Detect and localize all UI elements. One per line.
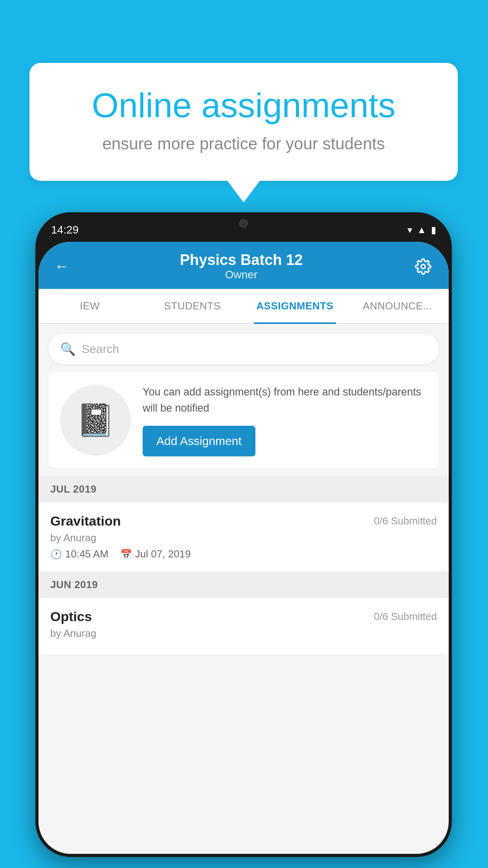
assignment-date: 📅 Jul 07, 2019 (120, 548, 191, 560)
section-jul-2019: JUL 2019 (39, 476, 449, 502)
assignment-submitted-count: 0/6 Submitted (374, 515, 437, 527)
bubble-title: Online assignments (57, 86, 430, 125)
speech-bubble: Online assignments ensure more practice … (29, 63, 458, 181)
header-subtitle: Owner (180, 268, 303, 281)
add-assignment-button[interactable]: Add Assignment (143, 426, 255, 456)
bubble-subtitle: ensure more practice for your students (57, 134, 430, 153)
settings-button[interactable] (413, 257, 433, 276)
wifi-icon: ▾ (407, 224, 412, 235)
app-header: ← Physics Batch 12 Owner (39, 242, 449, 289)
section-jun-2019: JUN 2019 (39, 572, 449, 598)
assignment-time: 🕐 10:45 AM (50, 548, 108, 560)
notch (204, 212, 283, 234)
header-nav: ← Physics Batch 12 Owner (54, 252, 433, 289)
status-bar: 14:29 ▾ ▲ ▮ (35, 212, 452, 242)
svg-point-0 (421, 264, 426, 268)
tab-announcements[interactable]: ANNOUNCE... (346, 289, 449, 323)
signal-icon: ▲ (417, 224, 426, 235)
search-placeholder: Search (82, 342, 119, 356)
search-icon: 🔍 (60, 342, 76, 357)
assignment-title: Gravitation (50, 513, 121, 529)
phone-screen: ← Physics Batch 12 Owner IEW STUDENT (39, 242, 449, 854)
tab-assignments[interactable]: ASSIGNMENTS (244, 289, 346, 323)
tab-bar: IEW STUDENTS ASSIGNMENTS ANNOUNCE... (39, 289, 449, 324)
assignment-author: by Anurag (50, 532, 437, 544)
empty-description: You can add assignment(s) from here and … (143, 384, 427, 416)
camera (239, 219, 248, 228)
assignment-row-top: Gravitation 0/6 Submitted (50, 513, 437, 529)
assignment-author-2: by Anurag (50, 627, 437, 640)
tab-students[interactable]: STUDENTS (141, 289, 244, 323)
search-bar[interactable]: 🔍 Search (48, 334, 439, 364)
clock-icon: 🕐 (50, 549, 62, 560)
assignment-row-top-2: Optics 0/6 Submitted (50, 609, 437, 624)
header-title-group: Physics Batch 12 Owner (180, 252, 303, 281)
assignment-gravitation[interactable]: Gravitation 0/6 Submitted by Anurag 🕐 10… (39, 502, 449, 572)
tab-iew[interactable]: IEW (39, 289, 141, 323)
assignment-optics[interactable]: Optics 0/6 Submitted by Anurag (39, 598, 449, 655)
assignment-submitted-count-2: 0/6 Submitted (374, 611, 437, 623)
status-icons: ▾ ▲ ▮ (407, 224, 436, 235)
notebook-icon: 📓 (76, 402, 115, 439)
calendar-icon: 📅 (120, 549, 132, 560)
assignment-title-2: Optics (50, 609, 92, 624)
empty-icon-circle: 📓 (60, 385, 131, 456)
header-title: Physics Batch 12 (180, 252, 303, 268)
empty-content: You can add assignment(s) from here and … (143, 384, 427, 456)
gear-icon (415, 258, 431, 275)
assignment-meta: 🕐 10:45 AM 📅 Jul 07, 2019 (50, 548, 437, 560)
empty-state-card: 📓 You can add assignment(s) from here an… (48, 372, 439, 468)
battery-icon: ▮ (431, 224, 436, 235)
phone-device: 14:29 ▾ ▲ ▮ ← Physics Batch 12 Owner (35, 212, 452, 857)
back-button[interactable]: ← (54, 258, 69, 275)
status-time: 14:29 (51, 224, 79, 236)
